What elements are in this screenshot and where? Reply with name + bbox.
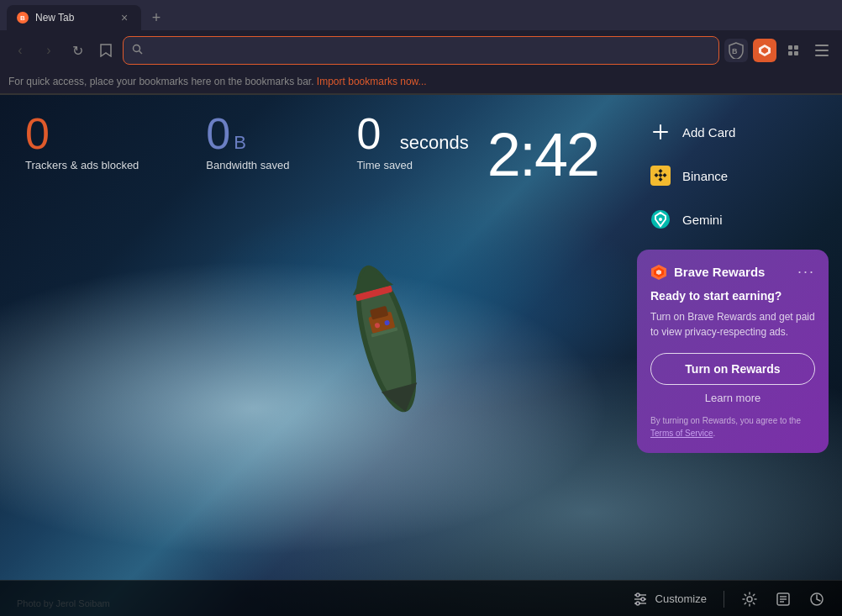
svg-line-1 [139, 51, 143, 55]
active-tab: B New Tab × [7, 5, 141, 30]
import-bookmarks-link[interactable]: Import bookmarks now... [317, 76, 427, 87]
rewards-description: Turn on Brave Rewards and get paid to vi… [650, 309, 815, 340]
browser-chrome: B New Tab × + ‹ › ↻ [0, 0, 842, 95]
browser-menu-button[interactable] [810, 39, 834, 62]
trackers-stat: 0 Trackers & ads blocked [25, 112, 139, 171]
gemini-button[interactable]: Gemini [637, 199, 829, 240]
svg-rect-11 [815, 55, 829, 56]
bookmarks-hint-text: For quick access, place your bookmarks h… [8, 76, 314, 87]
trackers-label: Trackers & ads blocked [25, 159, 139, 171]
svg-point-0 [134, 45, 140, 52]
history-button[interactable] [775, 591, 792, 608]
rewards-header: Brave Rewards ··· [650, 263, 815, 281]
svg-rect-7 [788, 51, 792, 55]
right-panel: Add Card Binance [624, 95, 842, 616]
svg-rect-6 [794, 45, 798, 50]
stats-bar: 0 Trackers & ads blocked 0B Bandwidth sa… [25, 112, 469, 171]
url-input[interactable] [150, 45, 710, 57]
settings-button[interactable] [741, 591, 758, 608]
bandwidth-label: Bandwidth saved [206, 159, 289, 171]
learn-more-link[interactable]: Learn more [650, 392, 815, 404]
reload-button[interactable]: ↻ [66, 39, 89, 62]
tos-link[interactable]: Terms of Service [650, 429, 713, 438]
rewards-menu-button[interactable]: ··· [797, 263, 815, 281]
trackers-value: 0 [25, 112, 139, 155]
time-label: Time saved [356, 159, 468, 171]
bandwidth-value: 0B [206, 112, 289, 155]
nav-bar: ‹ › ↻ B [0, 30, 842, 71]
address-bar [123, 36, 719, 65]
extensions-button[interactable] [781, 39, 805, 62]
svg-rect-9 [815, 45, 829, 46]
recent-icon [808, 591, 825, 608]
back-button[interactable]: ‹ [8, 39, 32, 62]
new-tab-button[interactable]: + [145, 6, 168, 29]
binance-icon [649, 164, 672, 187]
add-card-button[interactable]: Add Card [637, 112, 829, 152]
bottom-divider [724, 591, 724, 608]
add-card-icon [649, 120, 672, 144]
brave-rewards-button[interactable] [753, 39, 776, 62]
gemini-icon [649, 208, 672, 231]
tab-favicon: B [17, 12, 29, 24]
svg-point-36 [636, 593, 639, 597]
svg-text:B: B [732, 47, 738, 55]
customize-label: Customize [655, 592, 707, 605]
forward-button[interactable]: › [37, 39, 61, 62]
customize-button[interactable]: Customize [632, 591, 707, 608]
turn-on-rewards-button[interactable]: Turn on Rewards [650, 353, 815, 385]
search-icon [132, 44, 143, 57]
customize-icon [632, 591, 649, 608]
history-icon [775, 591, 792, 608]
svg-rect-10 [815, 50, 829, 51]
time-value: 0 seconds [356, 112, 468, 155]
rewards-subtitle: Ready to start earning? [650, 289, 815, 303]
time-stat: 0 seconds Time saved [356, 112, 468, 171]
svg-point-37 [641, 598, 645, 601]
settings-icon [741, 591, 758, 608]
new-tab-page: 0 Trackers & ads blocked 0B Bandwidth sa… [0, 95, 842, 616]
add-card-label: Add Card [682, 125, 735, 140]
bottom-bar: Customize [0, 580, 842, 616]
tab-close-button[interactable]: × [118, 11, 131, 24]
svg-rect-8 [794, 51, 798, 55]
recent-button[interactable] [808, 591, 825, 608]
svg-point-38 [636, 602, 639, 605]
bandwidth-stat: 0B Bandwidth saved [206, 112, 289, 171]
gemini-label: Gemini [682, 213, 723, 227]
binance-label: Binance [682, 169, 728, 183]
svg-rect-5 [788, 45, 792, 50]
svg-point-29 [659, 218, 662, 221]
brave-rewards-card: Brave Rewards ··· Ready to start earning… [637, 250, 829, 453]
rewards-title-row: Brave Rewards [650, 264, 765, 281]
clock: 2:42 [487, 120, 598, 189]
bookmark-button[interactable] [94, 39, 118, 62]
tos-text: By turning on Rewards, you agree to the … [650, 414, 815, 440]
brave-shield-button[interactable]: B [724, 39, 748, 62]
binance-button[interactable]: Binance [637, 155, 829, 196]
tab-title: New Tab [35, 12, 111, 24]
rewards-title: Brave Rewards [674, 265, 765, 279]
tab-bar: B New Tab × + [0, 0, 842, 30]
brave-rewards-icon [650, 264, 667, 281]
svg-point-39 [747, 597, 752, 602]
bookmarks-bar: For quick access, place your bookmarks h… [0, 71, 842, 94]
